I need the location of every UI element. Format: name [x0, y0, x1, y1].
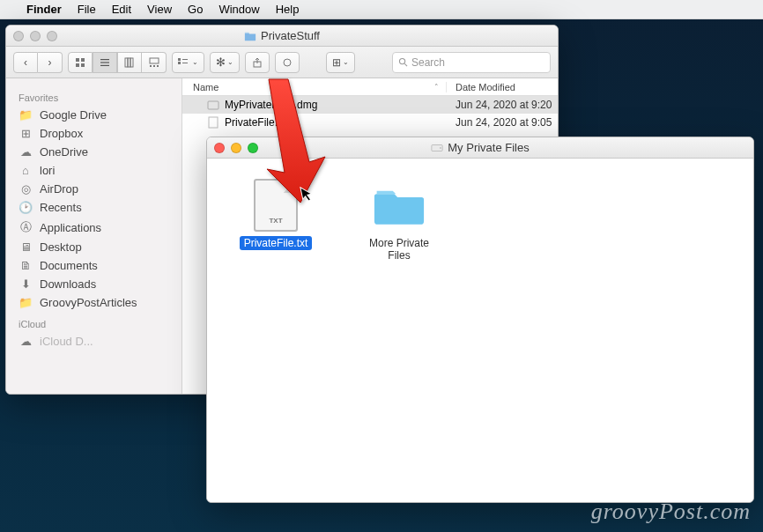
sidebar-item-label: Recents — [40, 201, 82, 214]
svg-rect-1 — [81, 58, 85, 62]
folder-icon: 📁 — [19, 296, 33, 309]
column-view-button[interactable] — [117, 52, 142, 73]
file-name: PrivateFile.txt — [225, 116, 289, 129]
forward-button[interactable]: › — [38, 52, 63, 73]
dropbox-button[interactable]: ⊞⌄ — [326, 52, 355, 73]
dmg-icon — [207, 99, 219, 111]
icon-view[interactable]: PrivateFile.txt More Private Files — [207, 159, 753, 502]
sidebar-item-home[interactable]: ⌂lori — [6, 161, 181, 180]
system-menubar: Finder File Edit View Go Window Help — [0, 0, 763, 19]
app-name[interactable]: Finder — [26, 3, 62, 16]
folder-icon — [374, 180, 425, 231]
sidebar-item-groovypost[interactable]: 📁GroovyPostArticles — [6, 293, 181, 312]
sidebar-item-google-drive[interactable]: 📁Google Drive — [6, 106, 181, 124]
window-title: PrivateStuff — [261, 29, 320, 42]
column-date[interactable]: Date Modified — [447, 82, 558, 92]
titlebar[interactable]: My Private Files — [207, 137, 753, 159]
folder-icon — [244, 30, 256, 42]
sidebar-favorites-header: Favorites — [6, 85, 181, 106]
svg-rect-3 — [81, 63, 85, 67]
svg-point-19 — [284, 59, 291, 66]
file-row[interactable]: MyPrivateFiles.dmg Jun 24, 2020 at 9:20 — [182, 96, 558, 114]
sort-asc-icon: ˄ — [434, 83, 439, 92]
sidebar-item-downloads[interactable]: ⬇Downloads — [6, 275, 181, 293]
traffic-lights[interactable] — [214, 143, 258, 153]
column-name[interactable]: Name˄ — [182, 82, 447, 92]
apps-icon: Ⓐ — [19, 219, 33, 235]
dropbox-icon: ⊞ — [19, 127, 33, 140]
sidebar-item-label: AirDrop — [40, 182, 78, 196]
svg-rect-14 — [178, 58, 181, 61]
airdrop-icon: ◎ — [19, 182, 33, 196]
svg-rect-11 — [150, 65, 152, 67]
svg-rect-12 — [153, 65, 155, 67]
zoom-icon[interactable] — [248, 143, 258, 153]
svg-point-25 — [441, 147, 441, 148]
sidebar-item-label: Desktop — [40, 240, 82, 254]
action-button[interactable]: ✻⌄ — [210, 52, 240, 73]
sidebar-item-applications[interactable]: ⒶApplications — [6, 217, 181, 238]
menu-help[interactable]: Help — [276, 3, 300, 16]
search-icon — [398, 57, 408, 67]
gallery-view-button[interactable] — [142, 52, 167, 73]
clock-icon: 🕑 — [19, 201, 33, 214]
watermark: groovyPost.com — [591, 499, 751, 525]
zoom-icon[interactable] — [47, 31, 57, 41]
sidebar-item-onedrive[interactable]: ☁OneDrive — [6, 143, 181, 161]
back-button[interactable]: ‹ — [13, 52, 38, 73]
close-icon[interactable] — [214, 143, 225, 153]
traffic-lights[interactable] — [13, 31, 57, 41]
sidebar-item-airdrop[interactable]: ◎AirDrop — [6, 180, 181, 198]
menu-window[interactable]: Window — [219, 3, 259, 16]
svg-rect-5 — [100, 62, 109, 63]
search-field[interactable]: Search — [392, 52, 551, 73]
column-header-row: Name˄ Date Modified — [182, 78, 558, 96]
cloud-icon: ☁ — [19, 145, 33, 159]
nav-buttons: ‹ › — [13, 52, 63, 73]
folder-item-moreprivate[interactable]: More Private Files — [355, 180, 443, 262]
tags-button[interactable] — [275, 52, 300, 73]
window-title: My Private Files — [448, 141, 529, 154]
sidebar-item-recents[interactable]: 🕑Recents — [6, 198, 181, 217]
sidebar: Favorites 📁Google Drive ⊞Dropbox ☁OneDri… — [6, 78, 182, 394]
file-name: MyPrivateFiles.dmg — [225, 99, 317, 111]
menu-view[interactable]: View — [147, 3, 172, 16]
file-row[interactable]: PrivateFile.txt Jun 24, 2020 at 9:05 — [182, 114, 558, 131]
sidebar-item-dropbox[interactable]: ⊞Dropbox — [6, 124, 181, 143]
menu-edit[interactable]: Edit — [112, 3, 131, 16]
sidebar-item-label: Dropbox — [40, 127, 83, 140]
icon-view-button[interactable] — [68, 52, 93, 73]
svg-rect-9 — [130, 58, 133, 67]
file-item-privatefile[interactable]: PrivateFile.txt — [232, 180, 320, 250]
sidebar-item-label: GroovyPostArticles — [40, 296, 137, 309]
svg-rect-22 — [208, 101, 219, 109]
toolbar: ‹ › ⌄ ✻⌄ ⊞⌄ Search — [6, 47, 558, 78]
file-label: PrivateFile.txt — [240, 236, 313, 250]
list-view-button[interactable] — [93, 52, 117, 73]
sidebar-item-icloud-drive[interactable]: ☁iCloud D... — [6, 332, 181, 351]
group-button[interactable]: ⌄ — [172, 52, 204, 73]
share-button[interactable] — [245, 52, 270, 73]
menu-go[interactable]: Go — [188, 3, 203, 16]
svg-line-21 — [404, 63, 407, 66]
desktop-icon: 🖥 — [19, 240, 33, 254]
minimize-icon[interactable] — [30, 31, 41, 41]
svg-rect-16 — [182, 59, 188, 60]
folder-label: More Private Files — [355, 236, 443, 262]
search-placeholder: Search — [411, 56, 445, 69]
svg-rect-13 — [157, 65, 159, 67]
sidebar-item-documents[interactable]: 🗎Documents — [6, 256, 181, 275]
titlebar[interactable]: PrivateStuff — [6, 26, 558, 47]
menu-file[interactable]: File — [78, 3, 96, 16]
close-icon[interactable] — [13, 31, 24, 41]
downloads-icon: ⬇ — [19, 277, 33, 291]
svg-rect-10 — [150, 58, 159, 63]
sidebar-icloud-header: iCloud — [6, 312, 181, 332]
minimize-icon[interactable] — [231, 143, 241, 153]
svg-rect-23 — [209, 117, 218, 128]
sidebar-item-label: Downloads — [40, 277, 96, 291]
sidebar-item-label: OneDrive — [40, 145, 88, 159]
sidebar-item-desktop[interactable]: 🖥Desktop — [6, 238, 181, 256]
folder-icon: 📁 — [19, 108, 33, 122]
file-date: Jun 24, 2020 at 9:05 — [447, 116, 558, 129]
